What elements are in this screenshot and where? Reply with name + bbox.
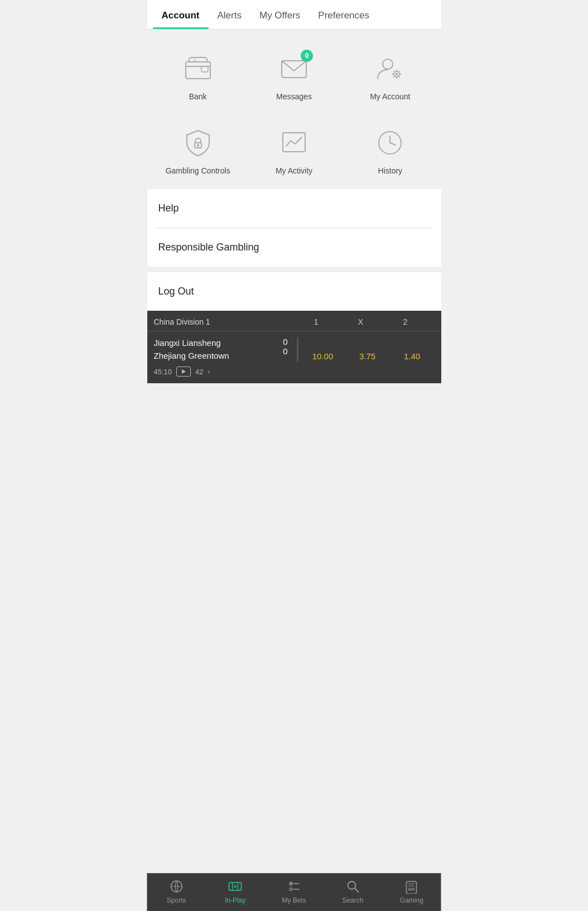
shield-lock-icon-wrap bbox=[181, 126, 215, 160]
account-grid-section: Bank 0 Messages bbox=[147, 30, 441, 189]
menu-item-help[interactable]: Help bbox=[147, 189, 441, 228]
menu-item-log-out[interactable]: Log Out bbox=[147, 272, 441, 311]
svg-rect-1 bbox=[201, 66, 208, 72]
envelope-icon-wrap: 0 bbox=[277, 52, 311, 85]
team1-score: 0 bbox=[273, 337, 290, 346]
messages-label: Messages bbox=[276, 92, 312, 101]
teams-names: Jiangxi Liansheng Zhejiang Greentown bbox=[154, 337, 273, 362]
col-2: 2 bbox=[383, 317, 428, 326]
tab-alerts[interactable]: Alerts bbox=[209, 0, 250, 29]
play-button[interactable] bbox=[176, 367, 191, 377]
wallet-icon-wrap bbox=[181, 52, 215, 85]
messages-badge: 0 bbox=[301, 50, 313, 62]
odds-home[interactable]: 10.00 bbox=[301, 351, 345, 361]
odds-away[interactable]: 1.40 bbox=[390, 351, 435, 361]
league-name: China Division 1 bbox=[154, 317, 210, 326]
clock-icon bbox=[375, 128, 404, 157]
grid-item-gambling-controls[interactable]: Gambling Controls bbox=[153, 115, 243, 184]
col-1: 1 bbox=[294, 317, 339, 326]
svg-line-20 bbox=[390, 143, 396, 145]
user-gear-icon-wrap bbox=[373, 52, 407, 85]
grid-item-messages[interactable]: 0 Messages bbox=[249, 41, 339, 109]
live-header: China Division 1 1 X 2 bbox=[147, 311, 441, 331]
my-account-label: My Account bbox=[370, 92, 410, 101]
svg-rect-17 bbox=[283, 133, 305, 152]
tab-account[interactable]: Account bbox=[153, 0, 209, 29]
team2-name: Zhejiang Greentown bbox=[154, 350, 273, 363]
shield-lock-icon bbox=[184, 128, 213, 157]
match-teams: Jiangxi Liansheng Zhejiang Greentown 0 0… bbox=[147, 331, 441, 364]
odds-draw[interactable]: 3.75 bbox=[345, 351, 390, 361]
gambling-controls-label: Gambling Controls bbox=[166, 166, 230, 175]
play-icon bbox=[182, 369, 186, 374]
grid-item-my-activity[interactable]: My Activity bbox=[249, 115, 339, 184]
tab-my-offers[interactable]: My Offers bbox=[250, 0, 309, 29]
svg-line-14 bbox=[394, 76, 394, 77]
grid-item-my-account[interactable]: My Account bbox=[345, 41, 435, 109]
match-footer: 45:10 42 › bbox=[147, 364, 441, 383]
bank-label: Bank bbox=[189, 92, 207, 101]
odds-row: 10.00 3.75 1.40 bbox=[301, 337, 435, 362]
header-tabs: Account Alerts My Offers Preferences bbox=[147, 0, 441, 30]
chart-line-icon bbox=[279, 128, 309, 157]
svg-rect-0 bbox=[186, 62, 210, 79]
grid-item-history[interactable]: History bbox=[345, 115, 435, 184]
menu-item-responsible-gambling[interactable]: Responsible Gambling bbox=[147, 228, 441, 267]
match-row: Jiangxi Liansheng Zhejiang Greentown 0 0… bbox=[147, 331, 441, 383]
grid-item-bank[interactable]: Bank bbox=[153, 41, 243, 109]
my-activity-label: My Activity bbox=[276, 166, 312, 175]
live-section: China Division 1 1 X 2 Jiangxi Liansheng… bbox=[147, 311, 441, 383]
svg-line-13 bbox=[399, 71, 400, 71]
svg-point-4 bbox=[383, 59, 393, 69]
tab-preferences[interactable]: Preferences bbox=[309, 0, 378, 29]
svg-point-16 bbox=[197, 144, 199, 146]
svg-line-11 bbox=[394, 71, 394, 71]
match-time: 45:10 bbox=[154, 368, 172, 376]
svg-point-6 bbox=[396, 74, 398, 75]
svg-line-12 bbox=[399, 76, 400, 77]
market-count: 42 bbox=[195, 368, 203, 376]
menu-section: Help Responsible Gambling Log Out bbox=[147, 189, 441, 311]
chevron-right-icon: › bbox=[208, 368, 210, 375]
bottom-nav-spacer bbox=[147, 383, 441, 422]
col-x: X bbox=[339, 317, 383, 326]
user-gear-icon bbox=[375, 54, 404, 83]
wallet-icon bbox=[184, 54, 213, 83]
team2-score: 0 bbox=[273, 346, 290, 356]
team1-name: Jiangxi Liansheng bbox=[154, 337, 273, 350]
chart-line-icon-wrap bbox=[277, 126, 311, 160]
clock-icon-wrap bbox=[373, 126, 407, 160]
history-label: History bbox=[378, 166, 403, 175]
account-grid: Bank 0 Messages bbox=[153, 41, 436, 184]
live-cols: 1 X 2 bbox=[294, 317, 435, 326]
menu-section-break bbox=[147, 267, 441, 272]
